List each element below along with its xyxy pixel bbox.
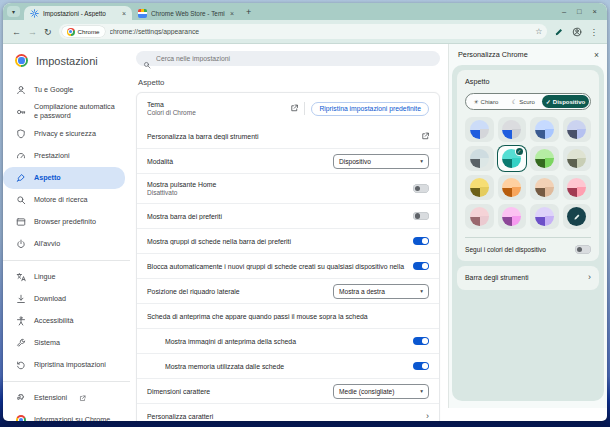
sidebar-item-compilazione-automatica-e-password[interactable]: Compilazione automatica e password [3,101,125,123]
reset-theme-button[interactable]: Ripristina impostazioni predefinite [311,102,429,116]
bookmark-star-icon[interactable]: ☆ [535,27,542,36]
follow-device-row: Segui i colori del dispositivo [465,243,591,254]
browser-tab[interactable]: Chrome Web Store - Temi× [132,6,240,20]
sidebar-item-prestazioni[interactable]: Prestazioni [3,145,125,167]
row-control [413,184,429,193]
settings-row[interactable]: Mostra pulsante HomeDisattivato [137,173,439,203]
profile-avatar-icon[interactable] [572,23,582,41]
sidebar-item-label: Motore di ricerca [34,196,88,205]
toolbar-card[interactable]: Barra degli strumenti › [457,266,599,290]
swatch-circle [470,178,489,197]
select-value: Medie (consigliate) [339,388,394,395]
maximize-button[interactable]: □ [577,7,582,16]
window-close-button[interactable]: × [593,7,597,16]
mode-option-dispositivo[interactable]: ✓Dispositivo [542,95,589,108]
theme-color-swatch[interactable] [498,175,527,200]
theme-color-swatch[interactable] [498,204,527,229]
forward-button[interactable]: → [28,27,37,37]
translate-icon [16,272,26,282]
settings-row: Scheda di anteprima che appare quando pa… [137,303,439,328]
sidebar-item-download[interactable]: Download [3,288,125,310]
row-control: › [426,412,429,421]
new-tab-button[interactable]: + [240,7,257,17]
settings-row[interactable]: Blocca automaticamente i nuovi gruppi di… [137,253,439,278]
mode-option-chiaro[interactable]: ☀Chiaro [467,95,505,108]
sidebar-item-ripristina-impostazioni[interactable]: Ripristina impostazioni [3,354,125,376]
divider [304,102,305,115]
panel-body: Aspetto ☀Chiaro☾Scuro✓Dispositivo ✓ Segu… [452,65,604,401]
toggle-switch[interactable] [413,337,429,346]
settings-row[interactable]: Mostra memoria utilizzata dalle schede [137,353,439,378]
search-input[interactable] [136,51,440,66]
theme-color-swatch[interactable]: ✓ [498,146,527,171]
select-dropdown[interactable]: Mostra a destra▾ [333,284,429,299]
sidebar-item-motore-di-ricerca[interactable]: Motore di ricerca [3,189,125,211]
sidebar-item-estensioni[interactable]: Estensioni [3,387,125,409]
panel-close-icon[interactable]: × [594,50,599,60]
address-bar[interactable]: Chrome chrome://settings/appearance ☆ [59,24,547,39]
search-icon [143,55,151,73]
tab-close-icon[interactable]: × [122,10,126,17]
sidebar-item-lingue[interactable]: Lingue [3,266,125,288]
sidebar-item-all-avvio[interactable]: All'avvio [3,233,125,255]
mode-label: Dispositivo [553,99,585,105]
sidebar-item-aspetto[interactable]: Aspetto [3,167,125,189]
section-heading: Aspetto [138,78,440,87]
settings-row[interactable]: Personalizza la barra degli strumenti [137,124,439,148]
sun-icon: ☀ [473,98,478,105]
row-label: Mostra barra dei preferiti [147,213,405,220]
panel-header: Personalizza Chrome × [449,44,607,63]
sidebar-item-label: Lingue [34,273,56,282]
theme-color-swatch[interactable] [530,146,559,171]
sidebar-item-browser-predefinito[interactable]: Browser predefinito [3,211,125,233]
sidebar-item-privacy-e-sicurezza[interactable]: Privacy e sicurezza [3,123,125,145]
settings-row[interactable]: ModalitàDispositivo▾ [137,148,439,173]
toggle-switch[interactable] [413,362,429,371]
select-dropdown[interactable]: Dispositivo▾ [333,154,429,169]
follow-device-toggle[interactable] [575,245,591,254]
theme-color-swatch[interactable] [563,117,592,142]
toggle-switch[interactable] [413,262,429,271]
settings-row[interactable]: Mostra gruppi di schede nella barra dei … [137,228,439,253]
select-dropdown[interactable]: Medie (consigliate)▾ [333,384,429,399]
customize-chrome-pen-icon[interactable] [554,23,564,41]
sidebar-item-informazioni-su-chrome[interactable]: Informazioni su Chrome [3,409,125,421]
settings-row[interactable]: Mostra immagini di anteprima della sched… [137,328,439,353]
web-store-icon [138,9,147,18]
theme-color-swatch[interactable] [530,204,559,229]
custom-color-swatch[interactable] [563,204,592,229]
theme-color-swatch[interactable] [563,146,592,171]
theme-color-swatch[interactable] [498,117,527,142]
theme-row[interactable]: Tema Colori di Chrome Ripristina imposta… [137,93,439,124]
toggle-switch[interactable] [413,212,429,221]
toggle-switch[interactable] [413,237,429,246]
site-chip[interactable]: Chrome [62,26,105,37]
menu-kebab-icon[interactable]: ⋮ [590,27,599,37]
sidebar-item-sistema[interactable]: Sistema [3,332,125,354]
back-button[interactable]: ← [12,27,21,37]
tab-search-button[interactable]: ▾ [7,6,20,17]
minimize-button[interactable]: – [562,7,566,16]
theme-color-swatch[interactable] [563,175,592,200]
reload-button[interactable]: ↻ [44,27,52,37]
settings-row[interactable]: Dimensioni carattereMedie (consigliate)▾ [137,378,439,403]
row-label: Blocca automaticamente i nuovi gruppi di… [147,263,405,270]
swatch-circle [502,120,521,139]
sidebar-item-accessibilit-[interactable]: Accessibilità [3,310,125,332]
theme-color-swatch[interactable] [465,175,494,200]
chevron-right-icon: › [426,412,429,421]
settings-row[interactable]: Mostra barra dei preferiti [137,203,439,228]
theme-color-swatch[interactable] [530,117,559,142]
sidebar-item-tu-e-google[interactable]: Tu e Google [3,79,125,101]
theme-color-swatch[interactable] [465,146,494,171]
theme-color-swatch[interactable] [465,117,494,142]
theme-color-swatch[interactable] [530,175,559,200]
mode-option-scuro[interactable]: ☾Scuro [505,95,543,108]
settings-row[interactable]: Posizione del riquadro lateraleMostra a … [137,278,439,303]
browser-tab[interactable]: Impostazioni - Aspetto× [24,6,132,20]
toolbar-card-label: Barra degli strumenti [465,274,529,281]
tab-close-icon[interactable]: × [230,10,234,17]
settings-row[interactable]: Personalizza caratteri› [137,403,439,421]
toggle-switch[interactable] [413,184,429,193]
theme-color-swatch[interactable] [465,204,494,229]
